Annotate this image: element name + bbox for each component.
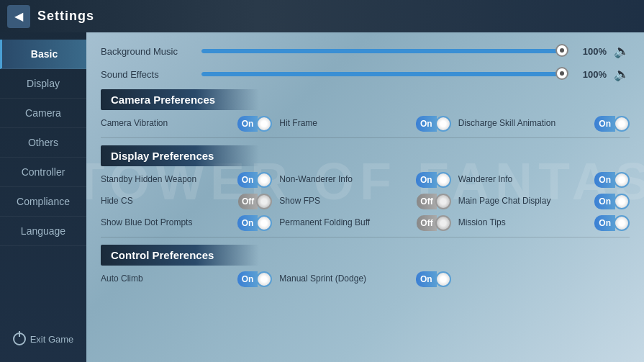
- manual-sprint-circle: [435, 271, 451, 287]
- auto-climb-toggle[interactable]: On: [237, 271, 273, 287]
- camera-vibration-circle: [256, 116, 272, 132]
- manual-sprint-item: Manual Sprint (Dodge) On: [279, 271, 450, 287]
- sidebar: Basic Display Camera Others Controller C…: [0, 0, 86, 362]
- sound-effects-thumb[interactable]: [555, 67, 568, 80]
- mission-tips-circle: [614, 215, 630, 231]
- auto-climb-circle: [256, 271, 272, 287]
- wanderer-info-circle: [614, 172, 630, 188]
- wanderer-info-on-label: On: [594, 172, 615, 188]
- blue-dot-prompts-toggle[interactable]: On: [237, 215, 273, 231]
- sidebar-item-compliance[interactable]: Compliance: [0, 187, 86, 217]
- manual-sprint-label: Manual Sprint (Dodge): [279, 273, 412, 285]
- non-wanderer-info-item: Non-Wanderer Info On: [279, 172, 450, 188]
- main-page-chat-label: Main Page Chat Display: [458, 196, 591, 207]
- camera-prefs-grid: Camera Vibration On Hit Frame On Dischar…: [101, 116, 630, 132]
- sidebar-item-controller[interactable]: Controller: [0, 158, 86, 187]
- power-icon: [13, 332, 26, 345]
- control-prefs-header: Control Preferences: [101, 245, 259, 266]
- bg-music-fill: [201, 49, 560, 53]
- sound-effects-value: 100%: [574, 69, 607, 80]
- main-content: Background Music 100% 🔈 Sound Effects 10…: [86, 32, 644, 362]
- sidebar-item-others[interactable]: Others: [0, 128, 86, 158]
- hide-cs-item: Hide CS Off: [101, 194, 272, 209]
- bg-music-slider[interactable]: [201, 48, 567, 54]
- exit-game-button[interactable]: Exit Game: [0, 327, 86, 351]
- show-fps-circle: [435, 194, 451, 209]
- main-page-chat-item: Main Page Chat Display On: [458, 194, 630, 209]
- sidebar-item-basic[interactable]: Basic: [0, 40, 86, 69]
- permanent-folding-buff-toggle[interactable]: Off: [417, 215, 450, 231]
- camera-vibration-item: Camera Vibration On: [101, 116, 272, 132]
- camera-vibration-on-label: On: [237, 116, 258, 132]
- mission-tips-item: Mission Tips On: [458, 215, 630, 231]
- hide-cs-circle: [256, 194, 272, 209]
- display-prefs-header: Display Preferences: [101, 145, 259, 166]
- hide-cs-toggle[interactable]: Off: [238, 194, 272, 209]
- exit-game-label: Exit Game: [30, 334, 74, 345]
- hide-cs-off-label: Off: [238, 194, 258, 209]
- blue-dot-prompts-on-label: On: [237, 215, 258, 231]
- sound-effects-row: Sound Effects 100% 🔈: [101, 66, 630, 82]
- show-fps-off-label: Off: [417, 194, 436, 209]
- discharge-skill-on-label: On: [594, 116, 615, 132]
- sound-effects-fill: [201, 72, 560, 76]
- manual-sprint-on-label: On: [416, 271, 437, 287]
- sidebar-item-camera[interactable]: Camera: [0, 99, 86, 128]
- discharge-skill-toggle[interactable]: On: [594, 116, 630, 132]
- topbar: ◀ Settings: [0, 0, 644, 32]
- hit-frame-toggle[interactable]: On: [416, 116, 451, 132]
- bg-music-thumb[interactable]: [555, 44, 568, 57]
- hit-frame-circle: [435, 116, 451, 132]
- hit-frame-on-label: On: [416, 116, 437, 132]
- blue-dot-prompts-item: Show Blue Dot Prompts On: [101, 215, 272, 231]
- blue-dot-prompts-label: Show Blue Dot Prompts: [101, 217, 233, 229]
- discharge-skill-item: Discharge Skill Animation On: [458, 116, 630, 132]
- bg-music-speaker-icon[interactable]: 🔈: [614, 43, 630, 59]
- blue-dot-prompts-circle: [256, 215, 272, 231]
- permanent-folding-buff-circle: [435, 215, 451, 231]
- wanderer-info-label: Wanderer Info: [458, 174, 591, 186]
- camera-prefs-header: Camera Preferences: [101, 89, 259, 110]
- bg-music-row: Background Music 100% 🔈: [101, 43, 630, 59]
- bg-music-track: [201, 49, 567, 53]
- show-fps-item: Show FPS Off: [279, 194, 450, 209]
- permanent-folding-buff-off-label: Off: [417, 215, 436, 231]
- standby-hidden-weapon-item: Standby Hidden Weapon On: [101, 172, 272, 188]
- display-prefs-grid: Standby Hidden Weapon On Non-Wanderer In…: [101, 172, 630, 231]
- divider-1: [101, 137, 630, 138]
- main-page-chat-toggle[interactable]: On: [594, 194, 630, 209]
- hit-frame-item: Hit Frame On: [279, 116, 450, 132]
- manual-sprint-toggle[interactable]: On: [416, 271, 451, 287]
- back-button[interactable]: ◀: [7, 5, 30, 28]
- back-arrow-icon: ◀: [14, 9, 23, 23]
- mission-tips-on-label: On: [594, 215, 615, 231]
- non-wanderer-info-toggle[interactable]: On: [416, 172, 451, 188]
- sound-effects-thumb-inner: [560, 71, 564, 76]
- divider-2: [101, 237, 630, 237]
- sound-effects-speaker-icon[interactable]: 🔈: [614, 66, 630, 82]
- standby-hidden-weapon-toggle[interactable]: On: [237, 172, 273, 188]
- mission-tips-toggle[interactable]: On: [594, 215, 630, 231]
- bg-music-value: 100%: [574, 46, 607, 57]
- show-fps-label: Show FPS: [279, 196, 412, 207]
- wanderer-info-item: Wanderer Info On: [458, 172, 630, 188]
- standby-hidden-weapon-label: Standby Hidden Weapon: [101, 174, 233, 186]
- hit-frame-label: Hit Frame: [279, 118, 412, 130]
- bg-music-thumb-inner: [560, 48, 564, 53]
- discharge-skill-circle: [614, 116, 630, 132]
- standby-hidden-weapon-on-label: On: [237, 172, 258, 188]
- sidebar-item-display[interactable]: Display: [0, 69, 86, 99]
- permanent-folding-buff-label: Permanent Folding Buff: [279, 217, 412, 229]
- auto-climb-label: Auto Climb: [101, 273, 233, 285]
- wanderer-info-toggle[interactable]: On: [594, 172, 630, 188]
- sound-effects-label: Sound Effects: [101, 69, 194, 80]
- sound-effects-slider[interactable]: [201, 71, 567, 77]
- camera-vibration-toggle[interactable]: On: [237, 116, 273, 132]
- non-wanderer-info-label: Non-Wanderer Info: [279, 174, 412, 186]
- camera-vibration-label: Camera Vibration: [101, 118, 233, 130]
- non-wanderer-info-circle: [435, 172, 451, 188]
- show-fps-toggle[interactable]: Off: [417, 194, 450, 209]
- sidebar-item-language[interactable]: Language: [0, 217, 86, 246]
- main-page-chat-on-label: On: [594, 194, 615, 209]
- bg-music-label: Background Music: [101, 46, 194, 57]
